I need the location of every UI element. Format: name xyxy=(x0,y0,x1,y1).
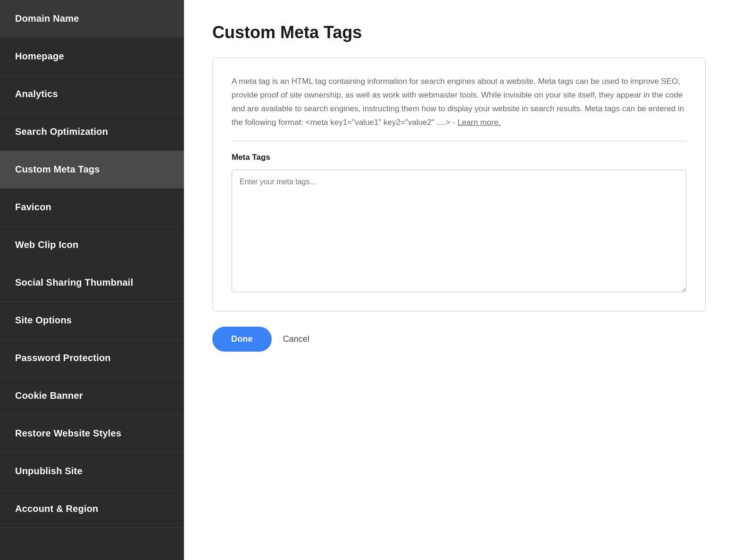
info-card: A meta tag is an HTML tag containing inf… xyxy=(212,58,706,312)
divider xyxy=(232,141,686,141)
page-title: Custom Meta Tags xyxy=(212,23,706,42)
sidebar-item-label-restore-website-styles: Restore Website Styles xyxy=(15,428,121,439)
done-button[interactable]: Done xyxy=(212,327,272,352)
sidebar-item-label-domain-name: Domain Name xyxy=(15,13,79,24)
meta-tags-input[interactable] xyxy=(232,170,686,292)
sidebar-item-social-sharing-thumbnail[interactable]: Social Sharing Thumbnail xyxy=(0,264,184,302)
sidebar-item-restore-website-styles[interactable]: Restore Website Styles xyxy=(0,415,184,453)
sidebar-item-account-region[interactable]: Account & Region xyxy=(0,490,184,528)
info-description: A meta tag is an HTML tag containing inf… xyxy=(232,75,686,130)
sidebar-item-analytics[interactable]: Analytics xyxy=(0,75,184,113)
sidebar-item-site-options[interactable]: Site Options xyxy=(0,302,184,339)
sidebar-item-search-optimization[interactable]: Search Optimization xyxy=(0,113,184,151)
sidebar-item-password-protection[interactable]: Password Protection xyxy=(0,339,184,377)
sidebar-item-favicon[interactable]: Favicon xyxy=(0,189,184,226)
sidebar-item-label-unpublish-site: Unpublish Site xyxy=(15,466,83,477)
sidebar-item-label-social-sharing-thumbnail: Social Sharing Thumbnail xyxy=(15,277,133,288)
sidebar-item-label-site-options: Site Options xyxy=(15,315,72,326)
cancel-button[interactable]: Cancel xyxy=(283,334,309,344)
sidebar-item-unpublish-site[interactable]: Unpublish Site xyxy=(0,453,184,490)
sidebar-item-label-search-optimization: Search Optimization xyxy=(15,126,108,137)
sidebar-item-label-account-region: Account & Region xyxy=(15,503,99,514)
sidebar-item-label-custom-meta-tags: Custom Meta Tags xyxy=(15,164,100,175)
meta-tags-label: Meta Tags xyxy=(232,153,686,162)
sidebar-item-domain-name[interactable]: Domain Name xyxy=(0,0,184,38)
action-buttons: Done Cancel xyxy=(212,327,706,352)
sidebar: Domain NameHomepageAnalyticsSearch Optim… xyxy=(0,0,184,560)
sidebar-item-web-clip-icon[interactable]: Web Clip Icon xyxy=(0,226,184,264)
sidebar-item-label-cookie-banner: Cookie Banner xyxy=(15,390,83,401)
sidebar-item-custom-meta-tags[interactable]: Custom Meta Tags xyxy=(0,151,184,189)
sidebar-item-homepage[interactable]: Homepage xyxy=(0,38,184,75)
sidebar-item-cookie-banner[interactable]: Cookie Banner xyxy=(0,377,184,415)
sidebar-item-label-analytics: Analytics xyxy=(15,89,58,99)
learn-more-link[interactable]: Learn more. xyxy=(458,118,501,127)
main-content: Custom Meta Tags A meta tag is an HTML t… xyxy=(184,0,734,560)
sidebar-item-label-homepage: Homepage xyxy=(15,51,64,62)
sidebar-item-label-web-clip-icon: Web Clip Icon xyxy=(15,239,78,250)
sidebar-item-label-favicon: Favicon xyxy=(15,202,51,213)
sidebar-item-label-password-protection: Password Protection xyxy=(15,353,111,363)
